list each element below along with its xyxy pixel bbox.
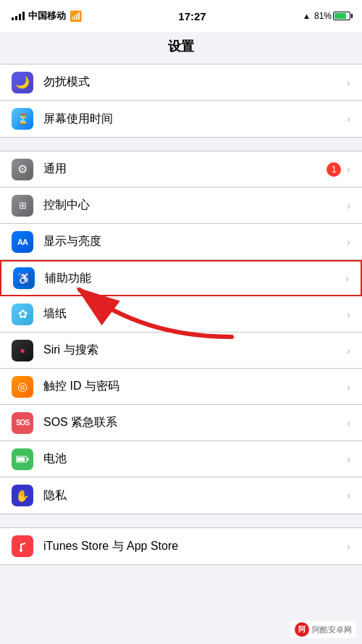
- chevron-icon: ›: [347, 490, 350, 501]
- settings-item-sos[interactable]: SOS SOS 紧急联系 ›: [0, 405, 362, 441]
- settings-group-2: ⚙ 通用 1 › ⊞ 控制中心 › AA 显示与亮度 › ♿ 辅助功能 › ✿ …: [0, 151, 362, 514]
- general-icon: ⚙: [12, 159, 33, 180]
- siri-icon: ●: [12, 340, 33, 361]
- wifi-icon: 📶: [70, 10, 82, 22]
- battery-indicator: 81%: [314, 11, 350, 21]
- display-icon: AA: [12, 231, 33, 253]
- sos-icon: SOS: [12, 412, 33, 434]
- sos-label: SOS 紧急联系: [43, 415, 347, 430]
- battery-settings-icon: [12, 448, 33, 470]
- settings-item-accessibility[interactable]: ♿ 辅助功能 ›: [0, 260, 362, 296]
- control-label: 控制中心: [43, 198, 347, 213]
- watermark-text: 阿酷安卓网: [312, 624, 352, 635]
- screentime-label: 屏幕使用时间: [43, 112, 347, 127]
- battery-icon: [333, 12, 350, 20]
- donotdisturb-label: 勿扰模式: [43, 75, 347, 90]
- svg-rect-1: [28, 458, 29, 461]
- settings-container: 🌙 勿扰模式 › ⏳ 屏幕使用时间 › ⚙ 通用 1 › ⊞ 控制中心 › AA…: [0, 64, 362, 565]
- chevron-icon: ›: [347, 381, 350, 393]
- carrier-info: 中国移动 📶: [12, 9, 82, 22]
- chevron-icon: ›: [347, 236, 350, 248]
- clock: 17:27: [178, 10, 206, 22]
- privacy-icon: ✋: [12, 485, 33, 506]
- watermark: 阿 阿酷安卓网: [290, 621, 356, 638]
- chevron-icon: ›: [347, 113, 350, 125]
- settings-item-touchid[interactable]: ◎ 触控 ID 与密码 ›: [0, 369, 362, 405]
- screentime-icon: ⏳: [12, 108, 33, 130]
- accessibility-label: 辅助功能: [45, 271, 345, 286]
- settings-group-1: 🌙 勿扰模式 › ⏳ 屏幕使用时间 ›: [0, 64, 362, 138]
- chevron-icon: ›: [345, 272, 349, 284]
- general-label: 通用: [43, 162, 327, 177]
- page-title: 设置: [168, 39, 194, 54]
- wallpaper-label: 墙纸: [43, 306, 347, 322]
- chevron-icon: ›: [347, 417, 350, 429]
- settings-item-siri[interactable]: ● Siri 与搜索 ›: [0, 333, 362, 369]
- location-icon: ▲: [303, 12, 311, 20]
- donotdisturb-icon: 🌙: [12, 72, 33, 93]
- siri-label: Siri 与搜索: [43, 343, 347, 358]
- status-bar: 中国移动 📶 17:27 ▲ 81%: [0, 0, 362, 32]
- display-label: 显示与亮度: [43, 234, 347, 249]
- chevron-icon: ›: [347, 164, 350, 175]
- carrier-label: 中国移动: [28, 9, 66, 22]
- watermark-logo: 阿: [295, 622, 309, 637]
- settings-item-wallpaper[interactable]: ✿ 墙纸 ›: [0, 296, 362, 333]
- settings-item-privacy[interactable]: ✋ 隐私 ›: [0, 477, 362, 514]
- svg-rect-3: [17, 540, 28, 552]
- settings-group-3: iTunes Store 与 App Store ›: [0, 527, 362, 565]
- chevron-icon: ›: [347, 200, 350, 212]
- settings-item-general[interactable]: ⚙ 通用 1 ›: [0, 151, 362, 188]
- wallpaper-icon: ✿: [12, 304, 33, 325]
- chevron-icon: ›: [347, 77, 350, 88]
- touchid-label: 触控 ID 与密码: [43, 379, 347, 394]
- signal-icon: [12, 12, 25, 20]
- battery-percent: 81%: [314, 11, 332, 21]
- chevron-icon: ›: [347, 453, 350, 465]
- status-icons: ▲ 81%: [303, 11, 350, 21]
- itunes-label: iTunes Store 与 App Store: [43, 539, 347, 554]
- chevron-icon: ›: [347, 309, 350, 320]
- settings-item-control[interactable]: ⊞ 控制中心 ›: [0, 188, 362, 224]
- settings-item-itunes[interactable]: iTunes Store 与 App Store ›: [0, 528, 362, 564]
- itunes-icon: [12, 535, 33, 557]
- svg-rect-2: [17, 457, 25, 461]
- chevron-icon: ›: [347, 540, 350, 552]
- accessibility-icon: ♿: [13, 267, 35, 289]
- settings-item-battery[interactable]: 电池 ›: [0, 441, 362, 477]
- settings-item-screentime[interactable]: ⏳ 屏幕使用时间 ›: [0, 101, 362, 137]
- chevron-icon: ›: [347, 345, 350, 356]
- control-icon: ⊞: [12, 195, 33, 217]
- nav-header: 设置: [0, 32, 362, 64]
- settings-item-donotdisturb[interactable]: 🌙 勿扰模式 ›: [0, 64, 362, 101]
- touchid-icon: ◎: [12, 376, 33, 398]
- battery-label: 电池: [43, 451, 347, 467]
- settings-item-display[interactable]: AA 显示与亮度 ›: [0, 224, 362, 260]
- general-badge: 1: [327, 162, 341, 177]
- privacy-label: 隐私: [43, 488, 347, 503]
